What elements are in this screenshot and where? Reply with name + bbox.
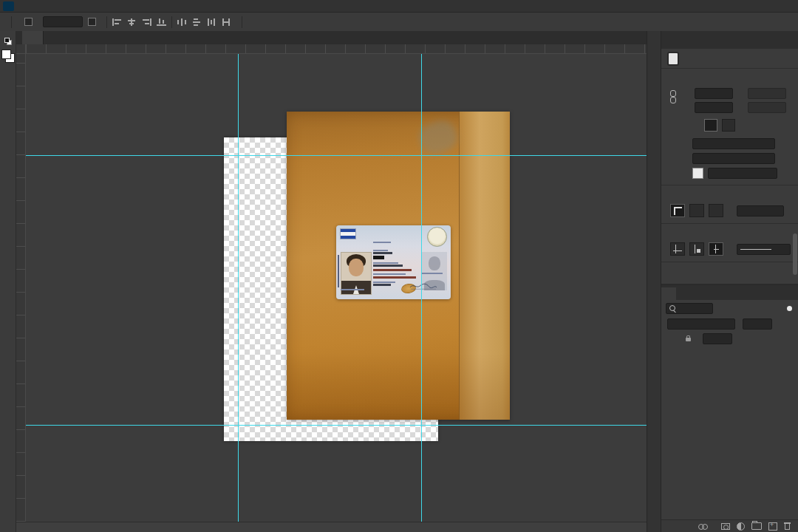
quick-actions-section-header[interactable] bbox=[669, 264, 791, 279]
field-value-bar bbox=[373, 284, 391, 286]
color-mode-dropdown[interactable] bbox=[692, 138, 775, 149]
guides-icon bbox=[673, 245, 682, 253]
clear-guides-button[interactable] bbox=[709, 242, 723, 256]
fill-dropdown[interactable] bbox=[703, 333, 732, 344]
toggle-grid-button[interactable] bbox=[689, 204, 704, 217]
bit-depth-row bbox=[692, 153, 791, 164]
vertical-guide[interactable] bbox=[238, 54, 239, 522]
canvas[interactable] bbox=[26, 54, 647, 522]
field-value-bar-red bbox=[373, 276, 416, 279]
layers-bottom-bar bbox=[661, 519, 798, 532]
clear-guides-icon bbox=[712, 245, 720, 253]
filter-kind-dropdown[interactable] bbox=[666, 303, 713, 314]
guides-buttons bbox=[670, 242, 791, 256]
guide-line-sample bbox=[740, 249, 771, 250]
fill-swatch[interactable] bbox=[692, 168, 703, 179]
lock-all-icon[interactable] bbox=[686, 338, 691, 341]
align-center-horizontal-icon[interactable] bbox=[127, 18, 137, 26]
filter-toggle-icon[interactable] bbox=[787, 306, 792, 311]
opacity-dropdown[interactable] bbox=[743, 318, 772, 330]
toggle-guides-button[interactable] bbox=[670, 242, 685, 256]
color-controls bbox=[1, 38, 15, 63]
scrollbar-thumb[interactable] bbox=[793, 233, 797, 275]
panel-dock bbox=[647, 31, 661, 532]
show-transform-checkbox[interactable] bbox=[88, 18, 96, 26]
right-panels bbox=[661, 31, 798, 532]
width-row bbox=[683, 88, 791, 99]
auto-select-checkbox[interactable] bbox=[24, 18, 33, 26]
coat-of-arms bbox=[427, 227, 447, 247]
separator bbox=[106, 16, 107, 28]
id-card bbox=[336, 225, 451, 299]
default-colors-icon[interactable] bbox=[4, 38, 12, 45]
toggle-rulers-button[interactable] bbox=[670, 204, 685, 217]
tool-bar bbox=[0, 31, 16, 532]
auto-select-target-dropdown[interactable] bbox=[43, 16, 83, 27]
paper-shadow bbox=[287, 353, 510, 420]
horizontal-guide[interactable] bbox=[26, 155, 647, 156]
layer-filter-row bbox=[661, 300, 798, 316]
adjustment-layer-icon[interactable] bbox=[737, 522, 745, 531]
layers-tab[interactable] bbox=[661, 287, 676, 300]
distribute-horizontal-icon[interactable] bbox=[177, 18, 187, 26]
horizontal-guide[interactable] bbox=[26, 425, 647, 426]
main-workspace bbox=[0, 31, 798, 532]
landscape-orientation-button[interactable] bbox=[722, 119, 735, 132]
vertical-guide[interactable] bbox=[421, 54, 422, 522]
distribute-center-icon[interactable] bbox=[222, 18, 231, 26]
options-bar bbox=[0, 13, 798, 32]
height-row bbox=[683, 102, 791, 113]
photoshop-logo[interactable] bbox=[3, 1, 14, 11]
x-field bbox=[748, 88, 786, 99]
foreground-background-swatches[interactable] bbox=[1, 50, 15, 63]
blend-mode-dropdown[interactable] bbox=[667, 318, 735, 330]
link-layers-icon[interactable] bbox=[698, 524, 708, 529]
vertical-ruler[interactable] bbox=[16, 54, 26, 522]
height-field[interactable] bbox=[695, 102, 733, 113]
add-layer-mask-icon[interactable] bbox=[721, 523, 730, 530]
ruler-corner bbox=[16, 44, 26, 54]
delete-layer-icon[interactable] bbox=[784, 522, 791, 530]
field-label-bar bbox=[373, 250, 388, 251]
fill-dropdown[interactable] bbox=[708, 168, 777, 179]
guide-style-dropdown[interactable] bbox=[737, 244, 791, 255]
link-dimensions-icon[interactable] bbox=[670, 90, 676, 103]
gray-smudge bbox=[416, 117, 461, 157]
bit-depth-dropdown[interactable] bbox=[692, 153, 775, 164]
field-label-bar bbox=[341, 289, 364, 290]
dark-field-block bbox=[373, 256, 384, 259]
canvas-section-header[interactable] bbox=[669, 70, 791, 85]
align-right-icon[interactable] bbox=[142, 18, 151, 26]
divider bbox=[661, 262, 798, 262]
align-top-icon[interactable] bbox=[157, 18, 166, 26]
blend-mode-row bbox=[661, 316, 798, 331]
vertical-text-band bbox=[338, 255, 339, 287]
separator bbox=[171, 16, 172, 28]
document-properties-header bbox=[661, 49, 798, 69]
distribute-left-icon[interactable] bbox=[207, 18, 216, 26]
separator bbox=[11, 16, 12, 28]
foreground-color-swatch[interactable] bbox=[1, 50, 11, 59]
document-tab[interactable] bbox=[22, 31, 44, 44]
field-label-bar bbox=[422, 273, 443, 274]
width-field[interactable] bbox=[695, 88, 733, 99]
fill-row bbox=[669, 168, 791, 179]
face bbox=[349, 259, 364, 276]
lock-row bbox=[661, 331, 798, 346]
divider bbox=[661, 185, 798, 185]
properties-panel bbox=[661, 49, 798, 284]
layer-list bbox=[661, 346, 798, 519]
new-layer-icon[interactable] bbox=[768, 522, 777, 531]
rulers-grids-section-header[interactable] bbox=[669, 187, 791, 202]
guides-section-header[interactable] bbox=[669, 225, 791, 240]
toggle-pixel-grid-button[interactable] bbox=[709, 204, 723, 217]
rulers-grids-buttons bbox=[670, 204, 791, 217]
new-group-icon[interactable] bbox=[751, 522, 762, 530]
lock-guides-button[interactable] bbox=[689, 242, 704, 256]
ruler-units-dropdown[interactable] bbox=[737, 205, 784, 216]
align-left-icon[interactable] bbox=[112, 18, 122, 26]
field-value-bar bbox=[373, 265, 403, 267]
horizontal-ruler[interactable] bbox=[26, 44, 647, 54]
portrait-orientation-button[interactable] bbox=[704, 119, 717, 132]
distribute-vertical-icon[interactable] bbox=[192, 18, 202, 26]
